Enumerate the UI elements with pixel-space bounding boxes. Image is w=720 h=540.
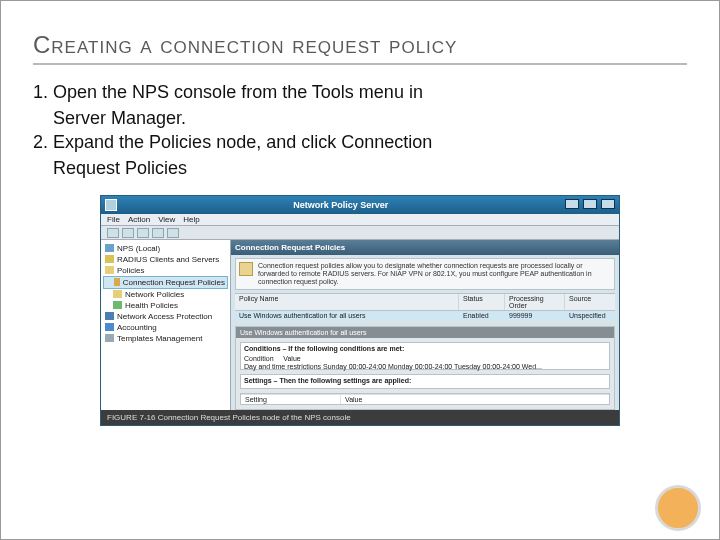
menu-view[interactable]: View	[158, 214, 175, 225]
tree-label: Health Policies	[125, 300, 178, 311]
policy-list-header: Policy Name Status Processing Order Sour…	[235, 293, 615, 311]
tree-nps-local[interactable]: NPS (Local)	[103, 243, 228, 254]
slide-title: Creating a connection request policy	[33, 31, 687, 65]
tree-label: Network Policies	[125, 289, 184, 300]
cond-col-value: Value	[283, 355, 300, 362]
policy-row[interactable]: Use Windows authentication for all users…	[235, 311, 615, 320]
nps-window: Network Policy Server File Action View H…	[100, 195, 620, 426]
col-policy-name[interactable]: Policy Name	[235, 294, 459, 310]
accounting-icon	[105, 323, 114, 331]
folder-icon	[105, 266, 114, 274]
tree-label: Templates Management	[117, 333, 202, 344]
info-box: Connection request policies allow you to…	[235, 258, 615, 290]
tree-templates[interactable]: Templates Management	[103, 333, 228, 344]
settings-col-setting: Setting	[241, 395, 341, 404]
settings-col-value: Value	[341, 395, 609, 404]
row-name: Use Windows authentication for all users	[235, 311, 459, 320]
shield-icon	[105, 312, 114, 320]
tree-label: Connection Request Policies	[123, 277, 225, 288]
window-title: Network Policy Server	[119, 200, 563, 210]
menu-action[interactable]: Action	[128, 214, 150, 225]
tree-label: Policies	[117, 265, 145, 276]
info-icon	[239, 262, 253, 276]
step-2-line2: Request Policies	[33, 157, 687, 180]
folder-icon	[105, 255, 114, 263]
row-status: Enabled	[459, 311, 505, 320]
col-order[interactable]: Processing Order	[505, 294, 565, 310]
toolbar-refresh-icon[interactable]	[152, 228, 164, 238]
col-status[interactable]: Status	[459, 294, 505, 310]
panel-title: Connection Request Policies	[231, 240, 619, 256]
tree-radius[interactable]: RADIUS Clients and Servers	[103, 254, 228, 265]
step-1-line2: Server Manager.	[33, 107, 687, 130]
settings-header: Settings – Then the following settings a…	[244, 377, 606, 386]
slide-decoration-circle	[655, 485, 701, 531]
toolbar-back-icon[interactable]	[107, 228, 119, 238]
maximize-button[interactable]	[583, 199, 597, 209]
tree-health-policies[interactable]: Health Policies	[103, 300, 228, 311]
tree-label: Accounting	[117, 322, 157, 333]
templates-icon	[105, 334, 114, 342]
info-text: Connection request policies allow you to…	[258, 262, 592, 285]
tree-network-policies[interactable]: Network Policies	[103, 289, 228, 300]
app-icon	[105, 199, 117, 211]
main-panel: Connection Request Policies Connection r…	[231, 240, 619, 410]
conditions-columns: Condition Value	[244, 355, 606, 364]
nav-tree: NPS (Local) RADIUS Clients and Servers P…	[101, 240, 231, 410]
settings-table: Setting Value	[240, 393, 610, 405]
tree-label: NPS (Local)	[117, 243, 160, 254]
window-titlebar[interactable]: Network Policy Server	[101, 196, 619, 214]
conditions-box: Conditions – If the following conditions…	[240, 342, 610, 370]
details-header: Use Windows authentication for all users	[236, 327, 614, 338]
step-2-num: 2.	[33, 132, 48, 152]
tree-connection-request-policies[interactable]: Connection Request Policies	[103, 276, 228, 289]
tree-nap[interactable]: Network Access Protection	[103, 311, 228, 322]
menu-help[interactable]: Help	[183, 214, 199, 225]
tree-policies[interactable]: Policies	[103, 265, 228, 276]
toolbar-help-icon[interactable]	[167, 228, 179, 238]
conditions-header: Conditions – If the following conditions…	[244, 345, 606, 354]
toolbar-forward-icon[interactable]	[122, 228, 134, 238]
tree-label: RADIUS Clients and Servers	[117, 254, 219, 265]
conditions-value: Day and time restrictions Sunday 00:00-2…	[244, 363, 606, 372]
details-pane: Use Windows authentication for all users…	[235, 326, 615, 410]
window-controls	[563, 199, 615, 211]
policy-icon	[113, 290, 122, 298]
slide-body: 1. Open the NPS console from the Tools m…	[33, 81, 687, 181]
menu-file[interactable]: File	[107, 214, 120, 225]
minimize-button[interactable]	[565, 199, 579, 209]
step-1-line1: Open the NPS console from the Tools menu…	[53, 82, 423, 102]
tree-accounting[interactable]: Accounting	[103, 322, 228, 333]
row-source: Unspecified	[565, 311, 615, 320]
menu-bar: File Action View Help	[101, 214, 619, 226]
toolbar	[101, 226, 619, 240]
health-icon	[113, 301, 122, 309]
figure-caption: FIGURE 7-16 Connection Request Policies …	[101, 410, 619, 425]
server-icon	[105, 244, 114, 252]
step-1-num: 1.	[33, 82, 48, 102]
step-1: 1. Open the NPS console from the Tools m…	[33, 81, 687, 104]
row-order: 999999	[505, 311, 565, 320]
step-2-line1: Expand the Policies node, and click Conn…	[53, 132, 432, 152]
settings-header-box: Settings – Then the following settings a…	[240, 374, 610, 389]
cond-col-condition: Condition	[244, 355, 274, 362]
close-button[interactable]	[601, 199, 615, 209]
toolbar-up-icon[interactable]	[137, 228, 149, 238]
col-source[interactable]: Source	[565, 294, 615, 310]
step-2: 2. Expand the Policies node, and click C…	[33, 131, 687, 154]
policy-icon	[114, 278, 120, 286]
tree-label: Network Access Protection	[117, 311, 212, 322]
